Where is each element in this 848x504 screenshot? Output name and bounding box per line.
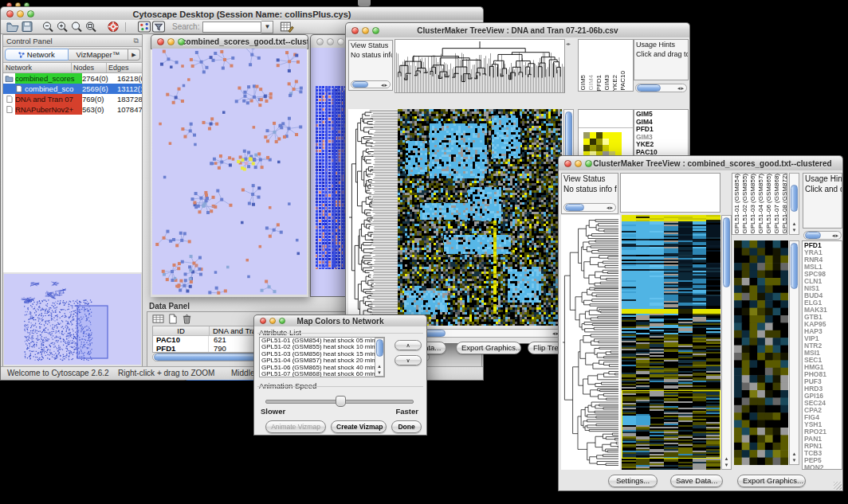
scroll-down-icon[interactable]: ▾ bbox=[722, 462, 731, 467]
table-edit-icon[interactable] bbox=[280, 21, 294, 33]
animate-vizmap-button[interactable]: Animate Vizmap bbox=[265, 420, 326, 433]
search-dropdown-button[interactable]: ▼ bbox=[261, 21, 273, 33]
col-network[interactable]: Network bbox=[3, 63, 72, 72]
desktop-artifact bbox=[358, 0, 371, 6]
minimize-icon[interactable] bbox=[269, 318, 276, 324]
minimize-icon[interactable] bbox=[575, 160, 582, 167]
col-edges[interactable]: Edges bbox=[107, 63, 142, 72]
float-panel-icon[interactable]: ⧉ bbox=[134, 37, 142, 45]
done-button[interactable]: Done bbox=[391, 420, 422, 433]
scroll-down-icon[interactable]: ▾ bbox=[790, 227, 799, 232]
tv1-gene-dendrogram[interactable] bbox=[348, 109, 398, 326]
attribute-list-item[interactable]: GPL51-07 (GSM868) heat shock 60 min bbox=[261, 371, 384, 377]
save-icon[interactable] bbox=[20, 21, 34, 33]
network-tree-row[interactable]: combined_sco2569(6)13112(15) bbox=[3, 84, 142, 94]
treeview1-titlebar[interactable]: ClusterMaker TreeView : DNA and Tran 07-… bbox=[345, 22, 690, 39]
close-icon[interactable] bbox=[260, 318, 266, 324]
zoom-icon[interactable] bbox=[27, 10, 34, 18]
zoom-out-icon[interactable] bbox=[41, 21, 55, 33]
tv2-status-scrollbar[interactable]: ◂▸ bbox=[563, 203, 616, 212]
close-icon[interactable] bbox=[564, 160, 571, 167]
tv2-gene-dendrogram[interactable] bbox=[561, 215, 620, 470]
zoom-in-icon[interactable] bbox=[55, 21, 69, 33]
scroll-arrows-icon[interactable]: ◂▸ bbox=[677, 85, 685, 92]
network-tree: combined_scores2764(0)16218(0)combined_s… bbox=[3, 73, 142, 115]
scroll-up-icon[interactable]: ▴ bbox=[722, 455, 731, 461]
column-label: GPL51-01 (GSM854) bbox=[733, 174, 740, 234]
network-overview-icon[interactable] bbox=[137, 21, 151, 33]
attribute-grid-icon[interactable] bbox=[152, 314, 164, 324]
tv2-settings-button[interactable]: Settings... bbox=[608, 475, 658, 487]
adjacency-matrix-view[interactable] bbox=[316, 86, 347, 269]
tv2-subheat-vscroll[interactable]: ▴ ▾ bbox=[789, 240, 799, 465]
new-attribute-icon[interactable] bbox=[167, 314, 179, 324]
tabs-more-button[interactable]: ▶ bbox=[128, 49, 140, 61]
create-vizmap-button[interactable]: Create Vizmap bbox=[331, 420, 387, 433]
open-file-icon[interactable] bbox=[6, 21, 20, 33]
tv2-heatmap-vscroll[interactable]: ▴ ▾ bbox=[721, 215, 732, 470]
tv2-sub-heatmap[interactable] bbox=[734, 240, 788, 465]
tv2-column-tree-area[interactable] bbox=[620, 173, 720, 213]
tv2-usage-scrollbar[interactable]: ◂▸ bbox=[803, 231, 842, 240]
treeview2-titlebar[interactable]: ClusterMaker TreeView : combined_scores_… bbox=[558, 155, 843, 172]
tab-network[interactable]: Network bbox=[5, 49, 69, 61]
move-up-button[interactable]: ∧ bbox=[395, 340, 422, 350]
minimize-icon[interactable] bbox=[17, 10, 24, 18]
tv2-heatmap[interactable] bbox=[622, 215, 720, 470]
tv1-view-status-panel: View Status No status info f ◂▸ bbox=[348, 40, 393, 91]
tv2-labels-vscroll[interactable]: ▴ ▾ bbox=[789, 173, 799, 235]
network-tree-row[interactable]: RNAPuberNov2+563(0)107847(0) bbox=[3, 104, 142, 115]
scroll-arrows-icon[interactable]: ◂▸ bbox=[381, 82, 388, 88]
zoom-fit-icon[interactable] bbox=[69, 21, 84, 33]
tv1-usage-scrollbar[interactable]: ◂▸ bbox=[635, 84, 687, 92]
scroll-arrows-icon[interactable]: ◂▸ bbox=[607, 205, 614, 211]
network-view-canvas[interactable] bbox=[152, 49, 307, 295]
network-tree-row[interactable]: DNA and Tran 07769(0)183728(0) bbox=[3, 94, 142, 104]
zoom-icon[interactable] bbox=[279, 318, 285, 324]
move-down-button[interactable]: ∨ bbox=[395, 355, 422, 365]
tv1-export-graphics-button[interactable]: Export Graphics... bbox=[456, 342, 521, 354]
scroll-down-icon[interactable]: ▾ bbox=[790, 457, 799, 463]
help-lifesaver-icon[interactable] bbox=[106, 21, 120, 33]
data-table-header[interactable]: ID bbox=[153, 326, 210, 335]
filter-icon[interactable] bbox=[151, 21, 166, 33]
tab-vizmapper[interactable]: VizMapper™ bbox=[69, 49, 128, 61]
zoom-icon[interactable] bbox=[585, 160, 592, 167]
minimize-icon[interactable] bbox=[327, 38, 334, 45]
col-nodes[interactable]: Nodes bbox=[72, 63, 107, 72]
gene-label[interactable]: MON2 bbox=[804, 464, 840, 470]
slider-thumb[interactable] bbox=[336, 396, 346, 407]
delete-attribute-icon[interactable] bbox=[181, 314, 193, 324]
birdseye-view[interactable] bbox=[4, 274, 141, 365]
speed-slider[interactable] bbox=[265, 396, 414, 405]
close-icon[interactable] bbox=[351, 27, 359, 34]
tv1-gene-list[interactable]: GIM5GIM4PFD1GIM3YKE2PAC10 bbox=[634, 110, 688, 157]
search-input[interactable] bbox=[202, 21, 261, 33]
tv1-column-dendrogram[interactable] bbox=[395, 39, 565, 93]
zoom-selected-icon[interactable] bbox=[84, 21, 98, 33]
tv1-splitter-arrows[interactable]: ◂▸ bbox=[566, 41, 571, 46]
close-icon[interactable] bbox=[316, 38, 324, 45]
scroll-arrows-icon[interactable]: ◂▸ bbox=[832, 232, 839, 239]
minimize-icon[interactable] bbox=[167, 38, 175, 45]
scroll-down-icon[interactable]: ▾ bbox=[375, 369, 383, 375]
zoom-icon[interactable] bbox=[372, 27, 379, 34]
minimize-icon[interactable] bbox=[362, 27, 369, 34]
zoom-icon[interactable] bbox=[337, 38, 344, 45]
tv1-status-scrollbar[interactable]: ◂▸ bbox=[351, 80, 391, 88]
tv2-export-graphics-button[interactable]: Export Graphics... bbox=[737, 475, 806, 487]
zoom-icon[interactable] bbox=[178, 38, 185, 45]
resize-grip-icon[interactable] bbox=[834, 482, 842, 490]
network-tree-row[interactable]: combined_scores2764(0)16218(0) bbox=[3, 73, 142, 84]
close-icon[interactable] bbox=[157, 38, 164, 45]
tv1-heatmap[interactable] bbox=[398, 109, 562, 326]
scroll-up-icon[interactable]: ▴ bbox=[375, 363, 383, 369]
close-icon[interactable] bbox=[6, 10, 14, 18]
scroll-up-icon[interactable]: ▴ bbox=[790, 451, 799, 456]
tv2-gene-list[interactable]: PFD1YRA1RNR4MSL1SPC98CLN1NIS1BUD4ELG1MAK… bbox=[803, 241, 842, 470]
tv2-save-data-button[interactable]: Save Data... bbox=[670, 475, 723, 487]
network1-titlebar[interactable]: combined_scores_good.txt--cluste... bbox=[151, 34, 308, 49]
attribute-list-vscroll[interactable]: ▴ ▾ bbox=[375, 338, 384, 377]
network-tree-empty[interactable] bbox=[3, 115, 142, 272]
scroll-up-icon[interactable]: ▴ bbox=[790, 221, 799, 226]
